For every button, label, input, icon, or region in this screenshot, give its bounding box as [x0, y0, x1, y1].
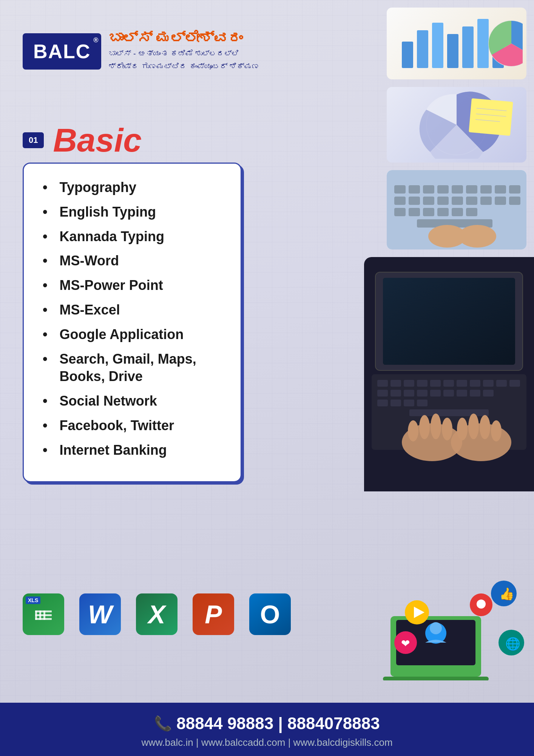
svg-rect-60 [417, 390, 428, 397]
kannada-title: ಬಾಲ್ಸ್ ಮಲ್ಲೇಶ್ವರಂ [109, 30, 259, 46]
svg-rect-85 [383, 677, 489, 680]
svg-rect-67 [390, 400, 401, 406]
svg-rect-57 [377, 390, 388, 397]
item-ms-ppt: MS-Power Point [60, 277, 163, 294]
outlook-icon: O [249, 593, 291, 635]
svg-rect-1 [417, 30, 428, 68]
social-icons-svg: 👍 ❤ 🌐 [368, 567, 526, 680]
svg-rect-28 [466, 197, 477, 205]
section-title: Basic [53, 121, 142, 160]
svg-rect-5 [477, 19, 489, 68]
pie-chart-deco [392, 91, 521, 159]
item-ms-word: MS-Word [60, 252, 119, 270]
sheets-icon: XLS [23, 593, 64, 635]
svg-rect-27 [452, 197, 463, 205]
svg-rect-0 [402, 42, 413, 68]
svg-rect-21 [495, 185, 506, 194]
phone-number: 88844 98883 | 8884078883 [176, 714, 380, 733]
svg-point-84 [430, 622, 442, 634]
item-english-typing: English Typing [60, 203, 156, 221]
section-header: 01 Basic [23, 121, 142, 160]
deco-image-2 [387, 87, 526, 163]
svg-rect-65 [483, 390, 494, 397]
svg-rect-100 [39, 610, 41, 620]
phone-icon: 📞 [154, 715, 172, 732]
list-item: MS-Word [43, 252, 222, 270]
list-item: Facebook, Twitter [43, 417, 222, 435]
svg-rect-35 [437, 208, 449, 216]
powerpoint-icon: P [193, 593, 234, 635]
svg-rect-62 [443, 390, 454, 397]
svg-rect-25 [423, 197, 434, 205]
svg-rect-55 [496, 380, 507, 387]
list-item: Internet Banking [43, 442, 222, 459]
svg-rect-17 [437, 185, 449, 194]
svg-point-76 [442, 418, 452, 440]
deco-image-3 [387, 170, 526, 249]
svg-point-87 [477, 600, 486, 609]
svg-rect-69 [417, 400, 428, 406]
svg-rect-99 [35, 610, 37, 620]
svg-rect-2 [432, 23, 443, 68]
item-social-network: Social Network [60, 392, 157, 410]
svg-rect-61 [430, 390, 441, 397]
svg-rect-70 [409, 409, 489, 416]
excel-icon: X [136, 593, 177, 635]
item-typography: Typography [60, 179, 136, 197]
laptop-area [364, 257, 534, 491]
svg-rect-49 [417, 380, 428, 387]
svg-rect-53 [470, 380, 480, 387]
svg-rect-18 [452, 185, 463, 194]
svg-point-73 [408, 420, 418, 442]
svg-rect-44 [383, 278, 515, 365]
list-item: MS-Excel [43, 301, 222, 319]
deco-image-1 [387, 8, 526, 79]
svg-point-40 [458, 225, 496, 248]
laptop-svg [364, 257, 534, 491]
svg-rect-24 [409, 197, 420, 205]
svg-rect-36 [452, 208, 463, 216]
registered-mark: ® [93, 36, 99, 44]
svg-rect-16 [423, 185, 434, 194]
svg-rect-30 [495, 197, 506, 205]
svg-rect-32 [394, 208, 406, 216]
svg-rect-31 [509, 197, 520, 205]
section-number-badge: 01 [23, 132, 44, 148]
svg-rect-34 [423, 208, 434, 216]
svg-rect-20 [480, 185, 492, 194]
svg-point-80 [491, 420, 502, 442]
svg-rect-50 [430, 380, 441, 387]
svg-rect-59 [404, 390, 414, 397]
svg-rect-22 [509, 185, 520, 194]
svg-rect-3 [447, 34, 458, 68]
balc-logo: BALC ® [23, 33, 101, 70]
svg-rect-46 [377, 380, 388, 387]
item-google-app: Google Application [60, 326, 184, 344]
kannada-subtitle-2: ಶ್ರೇಷ್ಠ ಗುಣಮಟ್ಟಿದ ಕಂಪ್ಯೂಟರ್ ಶಿಕ್ಷಣ [109, 61, 259, 72]
item-google-services: Search, Gmail, Maps, Books, Drive [60, 350, 222, 386]
svg-rect-23 [394, 197, 406, 205]
footer-websites: www.balc.in | www.balccadd.com | www.bal… [0, 737, 534, 748]
bar-chart-decoration [394, 11, 523, 76]
svg-rect-48 [404, 380, 414, 387]
item-ms-excel: MS-Excel [60, 301, 120, 319]
svg-rect-26 [437, 197, 449, 205]
course-list: Typography English Typing Kannada Typing… [43, 179, 222, 459]
svg-rect-58 [390, 390, 401, 397]
keyboard-deco [387, 170, 526, 249]
kannada-subtitle-1: ಬಾಲ್ಸ್ - ಅತ್ಯಂತ ಕಡಿಮೆ ಶುಲ್ಲದಲ್ಲಿ [109, 48, 259, 59]
svg-rect-37 [466, 208, 477, 216]
app-icons-row: XLS W X P O [23, 593, 291, 635]
svg-rect-52 [457, 380, 467, 387]
svg-rect-101 [43, 610, 45, 620]
footer: 📞 88844 98883 | 8884078883 www.balc.in |… [0, 703, 534, 756]
svg-point-77 [457, 418, 468, 440]
svg-rect-51 [443, 380, 454, 387]
svg-point-78 [468, 414, 479, 439]
item-internet-banking: Internet Banking [60, 442, 167, 459]
xls-badge: XLS [26, 596, 40, 604]
svg-point-74 [419, 415, 430, 439]
list-item: Kannada Typing [43, 228, 222, 246]
item-facebook-twitter: Facebook, Twitter [60, 417, 174, 435]
list-item: Search, Gmail, Maps, Books, Drive [43, 350, 222, 386]
